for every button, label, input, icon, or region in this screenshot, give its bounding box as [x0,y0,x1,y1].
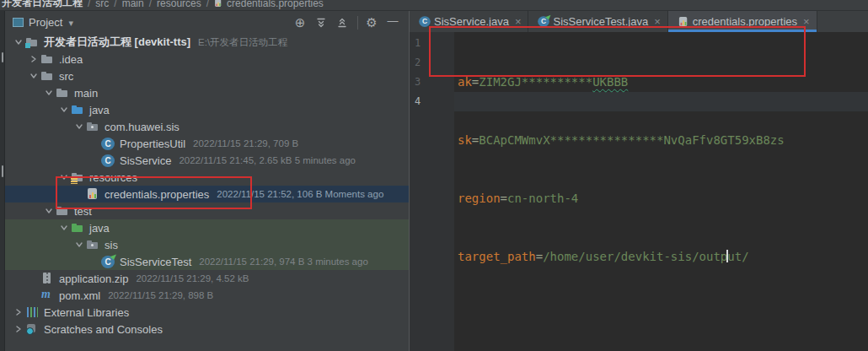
code-line-target-path[interactable]: target_path=/home/user/devkit-sis/output… [458,247,868,267]
line-number: 2 [415,53,454,73]
tree-row-src[interactable]: src [5,68,409,84]
property-key: sk [458,133,472,147]
tree-item-meta: 2022/11/15 21:29, 4.52 kB [136,273,249,284]
tree-item-label: application.zip [59,273,128,285]
project-tree: 开发者日活动工程 [devkit-tts] E:\开发者日活动工程 .idea … [5,34,409,338]
tab-sisservice-java[interactable]: SisService.java [410,11,528,32]
maven-icon [40,289,54,302]
breadcrumb-separator: / [112,0,118,9]
editor-area: SisService.java SisServiceTest.java cred… [409,11,868,351]
tree-item-label: 开发者日活动工程 [devkit-tts] [44,35,190,50]
tab-label: SisService.java [434,15,509,28]
code-editor[interactable]: ak=ZIM2GJ**********UKBBB sk=BCApCMWmvX**… [454,32,868,351]
chevron-right-icon[interactable] [12,323,24,336]
breadcrumb-resources[interactable]: resources [157,0,201,9]
tree-item-label: .idea [59,53,83,66]
tab-sisservicetest-java[interactable]: SisServiceTest.java [528,11,667,32]
tree-row-package[interactable]: com.huawei.sis [5,118,409,135]
tree-item-label: pom.xml [59,289,100,302]
tree-row-java-test[interactable]: java [5,219,409,236]
tree-row-pom-xml[interactable]: pom.xml 2022/11/15 21:29, 898 B [5,287,409,304]
chevron-down-icon[interactable] [72,239,85,251]
scratches-icon [25,322,39,336]
editor-tab-bar: SisService.java SisServiceTest.java cred… [410,11,868,32]
tree-row-project-root[interactable]: 开发者日活动工程 [devkit-tts] E:\开发者日活动工程 [5,34,409,51]
tree-row-sisservice[interactable]: SisService 2022/11/15 21:45, 2.65 kB 5 m… [5,152,409,169]
chevron-down-icon[interactable] [57,171,70,184]
code-line-ak[interactable]: ak=ZIM2GJ**********UKBBB [458,73,868,92]
tree-item-label: resources [89,171,137,184]
property-separator: = [501,192,507,205]
properties-file-icon [86,187,99,201]
class-icon [101,138,115,150]
breadcrumb-project[interactable]: 开发者日活动工程 [2,0,83,10]
archive-icon [40,272,54,285]
tree-item-meta: 2022/11/15 21:29, 709 B [193,138,298,148]
chevron-right-icon[interactable] [27,53,40,66]
breadcrumb-separator: / [205,0,211,9]
locate-icon[interactable] [292,15,308,30]
tree-row-propertiesutil[interactable]: PropertiesUtil 2022/11/15 21:29, 709 B [5,135,409,152]
tree-row-credentials-properties[interactable]: credentials.properties 2022/11/15 21:52,… [5,186,409,202]
tab-credentials-properties[interactable]: credentials.properties [668,11,817,32]
project-panel-header: Project [5,11,409,34]
tree-row-resources[interactable]: resources [5,169,409,186]
breadcrumb-main[interactable]: main [122,0,144,9]
tree-item-label: External Libraries [44,306,129,319]
property-value: ZIM2GJ********** [479,75,592,89]
test-class-icon [538,16,550,27]
tree-row-application-zip[interactable]: application.zip 2022/11/15 21:29, 4.52 k… [5,270,409,287]
tree-row-sisservicetest[interactable]: SisServiceTest 2022/11/15 21:29, 974 B 3… [5,253,409,270]
tree-item-meta: 2022/11/15 21:45, 2.65 kB 5 minutes ago [179,155,356,165]
settings-gear-icon[interactable] [364,15,379,30]
breadcrumb-src[interactable]: src [95,0,109,9]
property-key: target_path [458,250,536,263]
breadcrumb-separator: / [86,0,92,9]
close-icon[interactable] [654,15,661,28]
chevron-right-icon[interactable] [12,306,24,319]
close-icon[interactable] [515,15,522,28]
chevron-down-icon[interactable] [57,222,70,235]
chevron-down-icon[interactable] [57,104,70,116]
tree-row-idea[interactable]: .idea [5,51,409,68]
hide-panel-icon[interactable] [385,15,400,30]
tree-item-label: PropertiesUtil [120,138,185,150]
close-icon[interactable] [803,15,810,28]
tree-item-path: E:\开发者日活动工程 [198,36,287,49]
tree-item-label: sis [104,239,118,251]
class-icon [419,16,431,27]
chevron-down-icon[interactable] [42,87,55,100]
project-folder-icon [25,35,39,49]
ide-window: 开发者日活动工程 / src / main / resources / cred… [0,0,868,351]
package-icon [86,120,99,133]
property-value: cn-north-4 [507,192,578,205]
stripe-indicator [2,165,3,177]
class-icon [101,154,115,167]
tree-row-main[interactable]: main [5,84,409,101]
code-line-region[interactable]: region=cn-north-4 [458,189,868,208]
tree-item-meta: 2022/11/15 21:29, 974 B 3 minutes ago [199,256,368,267]
property-value: /home/user/devkit-sis/outp [543,250,727,263]
property-value: ut/ [727,250,748,263]
breadcrumb-file[interactable]: credentials.properties [227,0,324,9]
tree-item-label: src [59,70,73,83]
property-key: ak [458,75,472,89]
tree-row-scratches[interactable]: Scratches and Consoles [5,321,409,338]
tree-row-sis-package[interactable]: sis [5,236,409,253]
chevron-down-icon[interactable] [42,205,55,218]
collapse-all-icon[interactable] [335,15,350,30]
chevron-down-icon[interactable] [72,121,85,133]
chevron-down-icon[interactable] [12,36,24,49]
resources-folder-icon [71,170,84,184]
chevron-down-icon[interactable] [27,70,40,83]
line-number: 1 [415,34,454,53]
tree-row-test[interactable]: test [5,202,409,219]
tree-row-java-source[interactable]: java [5,101,409,118]
tree-item-label: test [74,205,92,218]
code-line-sk[interactable]: sk=BCApCMWmvX****************NvQaFfv8GT5… [458,131,868,150]
tree-row-external-libraries[interactable]: External Libraries [5,304,409,321]
property-value-typo: UKBBB [592,75,628,89]
project-view-selector[interactable]: Project [29,16,73,29]
expand-all-icon[interactable] [313,15,329,30]
project-tool-window: Project 开发者日活动工程 [devkit-tts] E:\开发者日活动工… [5,11,409,351]
